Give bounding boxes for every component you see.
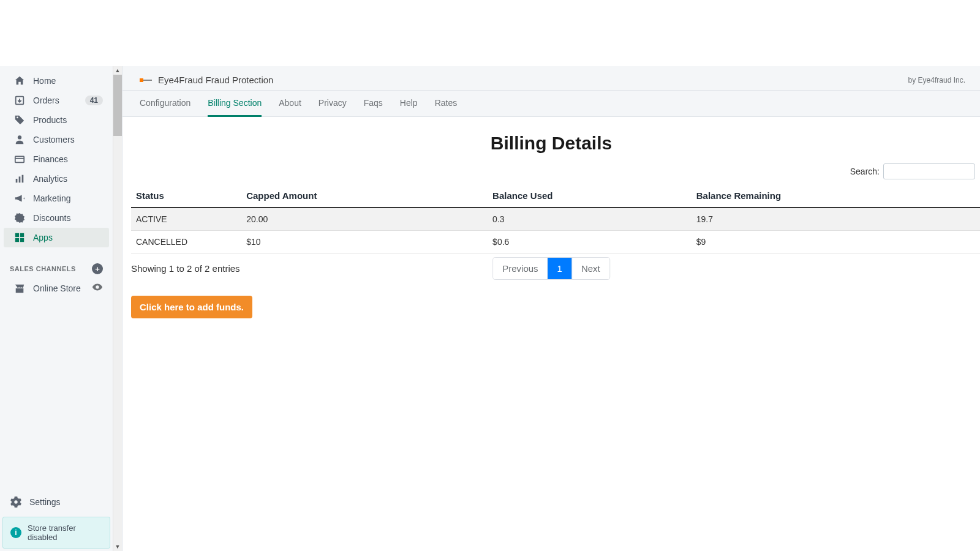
tab-configuration[interactable]: Configuration [140,91,190,116]
col-capped[interactable]: Capped Amount [241,184,488,208]
nav-label: Customers [33,135,75,144]
cell-remaining: $9 [692,231,980,253]
table-footer: Showing 1 to 2 of 2 entries Previous 1 N… [123,253,980,274]
nav-label: Online Store [33,283,81,293]
nav-discounts[interactable]: Discounts [4,208,109,228]
alert-banner[interactable]: i Store transfer disabled [2,517,110,549]
search-input[interactable] [883,163,975,179]
nav-marketing[interactable]: Marketing [4,189,109,208]
sales-channels-label: SALES CHANNELS [10,265,76,272]
tab-about[interactable]: About [279,91,301,116]
apps-icon [13,231,26,244]
scrollbar[interactable]: ▲ ▼ [113,66,122,551]
sales-channels-header: SALES CHANNELS + [0,252,113,278]
alert-text: Store transfer disabled [28,523,102,542]
nav-label: Discounts [33,213,70,223]
app-title: Eye4Fraud Fraud Protection [158,75,273,85]
add-channel-button[interactable]: + [92,263,103,274]
svg-rect-7 [20,233,24,237]
pager: Previous 1 Next [492,257,610,280]
page-title: Billing Details [123,133,980,154]
svg-rect-5 [22,175,24,183]
cell-status: CANCELLED [131,231,241,253]
content: Billing Details Search: Status Capped Am… [123,117,980,333]
table-info: Showing 1 to 2 of 2 entries [131,263,240,274]
table-row: CANCELLED $10 $0.6 $9 [131,231,980,253]
main: Eye4Fraud Fraud Protection by Eye4fraud … [123,66,980,551]
svg-rect-2 [15,157,24,163]
add-funds-button[interactable]: Click here to add funds. [131,296,252,318]
tab-rates[interactable]: Rates [435,91,458,116]
col-status[interactable]: Status [131,184,241,208]
svg-rect-6 [15,233,19,237]
scrollbar-thumb[interactable] [113,75,122,136]
pager-page-1[interactable]: 1 [548,258,572,279]
discount-icon [13,212,26,224]
search-label: Search: [850,167,880,176]
col-remaining[interactable]: Balance Remaining [692,184,980,208]
svg-point-1 [18,135,21,139]
nav-customers[interactable]: Customers [4,130,109,149]
nav-label: Analytics [33,174,67,184]
nav-label: Products [33,115,67,125]
gear-icon [10,496,22,508]
svg-rect-8 [15,238,19,242]
sidebar-scroll: Home Orders 41 Products [0,66,122,490]
nav-label: Marketing [33,193,70,203]
nav-label: Apps [33,233,53,242]
app-header: Eye4Fraud Fraud Protection by Eye4fraud … [123,66,980,91]
svg-rect-3 [16,179,18,182]
app-by: by Eye4fraud Inc. [908,76,965,84]
sidebar: Home Orders 41 Products [0,66,123,551]
channels-list: Online Store [0,278,113,303]
tab-help[interactable]: Help [400,91,418,116]
finances-icon [13,153,26,165]
app-root: Home Orders 41 Products [0,0,980,551]
cell-capped: $10 [241,231,488,253]
svg-rect-4 [19,176,21,182]
tag-icon [13,114,26,126]
orders-badge: 41 [85,96,103,105]
col-used[interactable]: Balance Used [488,184,692,208]
home-icon [13,75,26,87]
nav-label: Finances [33,154,68,164]
svg-rect-9 [20,238,24,242]
tab-privacy[interactable]: Privacy [318,91,347,116]
pager-previous[interactable]: Previous [493,258,548,279]
nav-finances[interactable]: Finances [4,149,109,169]
nav-settings[interactable]: Settings [0,490,113,514]
cell-used: 0.3 [488,208,692,231]
nav-label: Orders [33,96,59,105]
pager-next[interactable]: Next [572,258,609,279]
nav-home[interactable]: Home [4,71,109,91]
settings-label: Settings [29,497,61,507]
info-icon: i [10,527,21,538]
sidebar-bottom: Settings i Store transfer disabled [0,490,113,551]
orders-icon [13,94,26,107]
cell-remaining: 19.7 [692,208,980,231]
table-header-row: Status Capped Amount Balance Used Balanc… [131,184,980,208]
analytics-icon [13,173,26,185]
nav-products[interactable]: Products [4,110,109,130]
store-icon [13,282,26,294]
nav-online-store[interactable]: Online Store [4,278,109,298]
app-tabs: Configuration Billing Section About Priv… [123,91,980,117]
nav-apps[interactable]: Apps [4,228,109,247]
app-header-left: Eye4Fraud Fraud Protection [140,75,273,85]
nav-analytics[interactable]: Analytics [4,169,109,189]
app-logo-icon [140,77,152,84]
megaphone-icon [13,192,26,204]
tab-faqs[interactable]: Faqs [364,91,383,116]
billing-table: Status Capped Amount Balance Used Balanc… [131,184,980,253]
search-row: Search: [123,163,980,184]
scroll-up-icon[interactable]: ▲ [113,66,122,75]
scroll-down-icon[interactable]: ▼ [113,542,122,551]
nav-label: Home [33,76,56,86]
nav-list: Home Orders 41 Products [0,66,113,252]
nav-orders[interactable]: Orders 41 [4,91,109,110]
person-icon [13,133,26,146]
tab-billing-section[interactable]: Billing Section [208,91,262,116]
cell-used: $0.6 [488,231,692,253]
cell-status: ACTIVE [131,208,241,231]
eye-icon[interactable] [92,282,103,294]
